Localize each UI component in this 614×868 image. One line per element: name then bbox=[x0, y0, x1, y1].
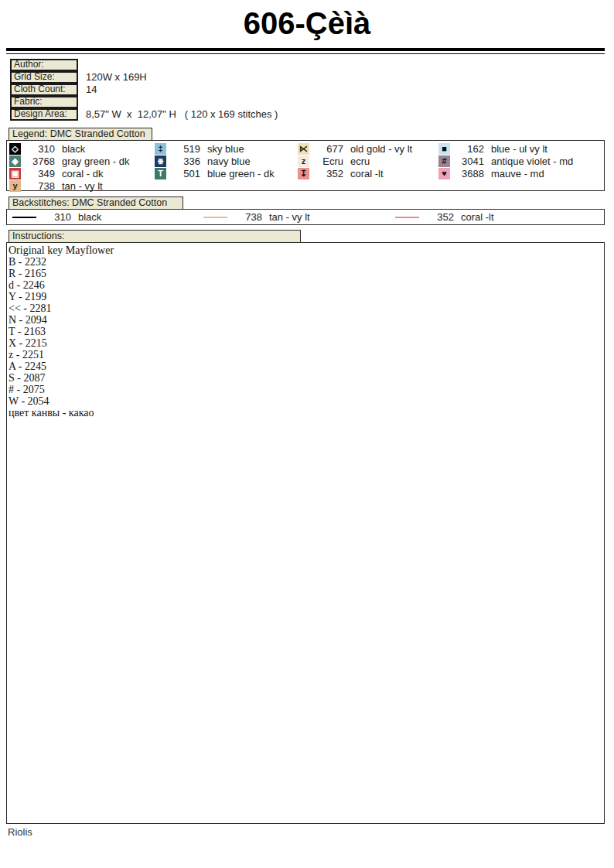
title-divider-thick bbox=[6, 48, 605, 51]
info-value: 8,57" W x 12,07" H ( 120 x 169 stitches … bbox=[86, 108, 278, 120]
thread-number: 501 bbox=[166, 168, 200, 179]
thread-symbol-swatch: ‡ bbox=[155, 143, 166, 155]
thread-name: gray green - dk bbox=[62, 155, 129, 167]
instruction-line: S - 2087 bbox=[9, 372, 114, 384]
thread-name: tan - vy lt bbox=[269, 211, 310, 223]
thread-name: old gold - vy lt bbox=[350, 143, 412, 155]
thread-symbol-swatch: z bbox=[298, 155, 309, 167]
thread-symbol-swatch: ⧻ bbox=[155, 155, 166, 167]
thread-name: blue - ul vy lt bbox=[491, 143, 547, 155]
thread-name: antique violet - md bbox=[491, 155, 573, 167]
thread-number: 3688 bbox=[450, 168, 484, 179]
thread-number: 310 bbox=[21, 143, 55, 155]
instruction-line: цвет канвы - какао bbox=[9, 407, 114, 419]
instructions-header: Instructions: bbox=[9, 230, 301, 243]
legend-box: ◇ 310 black ◈ 3768 gray green - dk ▣ 349… bbox=[6, 140, 605, 191]
thread-symbol-swatch: ◈ bbox=[9, 155, 21, 167]
instruction-line: d - 2246 bbox=[9, 279, 114, 291]
thread-number: Ecru bbox=[309, 155, 343, 167]
thread-name: navy blue bbox=[207, 155, 251, 167]
thread-name: black bbox=[78, 211, 101, 223]
info-row-design-area: Design Area: 8,57" W x 12,07" H ( 120 x … bbox=[10, 108, 278, 121]
pattern-info: Author: Grid Size: 120W x 169H Cloth Cou… bbox=[10, 59, 278, 121]
legend-entry: ↧ 352 coral -lt bbox=[298, 167, 412, 179]
thread-number: 352 bbox=[309, 168, 343, 179]
info-label: Cloth Count: bbox=[10, 84, 78, 96]
thread-symbol-swatch: ♥ bbox=[438, 168, 450, 179]
info-label: Grid Size: bbox=[10, 71, 78, 84]
instruction-line: X - 2215 bbox=[9, 337, 114, 349]
legend-column-3: ⋉ 677 old gold - vy lt z Ecru ecru ↧ 352… bbox=[298, 142, 412, 179]
instruction-line: z - 2251 bbox=[9, 349, 114, 361]
thread-name: mauve - md bbox=[491, 168, 544, 179]
info-row-grid-size: Grid Size: 120W x 169H bbox=[10, 71, 278, 84]
legend-entry: ⋉ 677 old gold - vy lt bbox=[298, 142, 412, 155]
thread-name: ecru bbox=[350, 155, 370, 167]
instruction-line: Y - 2199 bbox=[9, 291, 114, 302]
thread-number: 3768 bbox=[21, 155, 55, 167]
legend-entry: ♥ 3688 mauve - md bbox=[438, 167, 573, 179]
thread-number: 677 bbox=[309, 143, 343, 155]
legend-entry: z Ecru ecru bbox=[298, 155, 412, 167]
legend-entry: ▣ 349 coral - dk bbox=[9, 167, 129, 179]
legend-entry: ‡ 519 sky blue bbox=[155, 142, 275, 155]
legend-column-4: ■ 162 blue - ul vy lt # 3041 antique vio… bbox=[438, 142, 573, 179]
thread-symbol-swatch: y bbox=[9, 180, 21, 192]
legend-entry: T 501 blue green - dk bbox=[155, 167, 275, 179]
legend-entry: ◈ 3768 gray green - dk bbox=[9, 155, 129, 167]
thread-name: coral -lt bbox=[461, 211, 494, 223]
legend-entry: ◇ 310 black bbox=[9, 142, 129, 155]
legend-entry: ■ 162 blue - ul vy lt bbox=[438, 142, 573, 155]
legend-entry: # 3041 antique violet - md bbox=[438, 155, 573, 167]
thread-number: 349 bbox=[21, 168, 55, 179]
thread-name: sky blue bbox=[207, 143, 244, 155]
backstitches-header: Backstitches: DMC Stranded Cotton bbox=[9, 196, 183, 210]
instruction-line: B - 2232 bbox=[9, 256, 114, 268]
thread-number: 519 bbox=[166, 143, 200, 155]
legend-column-1: ◇ 310 black ◈ 3768 gray green - dk ▣ 349… bbox=[9, 142, 129, 192]
instruction-line: A - 2245 bbox=[9, 361, 114, 372]
thread-symbol-swatch: T bbox=[155, 168, 166, 179]
info-value: 14 bbox=[86, 84, 97, 95]
thread-name: black bbox=[62, 143, 85, 155]
thread-number: 162 bbox=[450, 143, 484, 155]
info-label: Author: bbox=[10, 59, 78, 71]
thread-name: blue green - dk bbox=[207, 168, 275, 179]
legend-header: Legend: DMC Stranded Cotton bbox=[9, 128, 152, 141]
thread-symbol-swatch: ◇ bbox=[9, 143, 21, 155]
brand-footer: Riolis bbox=[8, 826, 32, 838]
thread-number: 3041 bbox=[450, 155, 484, 167]
backstitch-line-sample bbox=[203, 217, 227, 218]
instructions-text: Original key Mayflower B - 2232 R - 2165… bbox=[9, 244, 114, 419]
info-label: Design Area: bbox=[10, 108, 78, 121]
backstitches-box: 310 black 738 tan - vy lt 352 coral -lt bbox=[6, 209, 605, 225]
instruction-line: # - 2075 bbox=[9, 384, 114, 395]
info-label: Fabric: bbox=[10, 96, 78, 108]
backstitch-line-sample bbox=[12, 217, 36, 218]
instruction-line: R - 2165 bbox=[9, 268, 114, 279]
info-row-author: Author: bbox=[10, 59, 278, 71]
info-row-fabric: Fabric: bbox=[10, 96, 278, 108]
thread-number: 352 bbox=[423, 211, 454, 223]
backstitch-entry: 310 black bbox=[12, 210, 101, 224]
thread-symbol-swatch: ▣ bbox=[9, 168, 21, 179]
instruction-line: << - 2281 bbox=[9, 302, 114, 314]
backstitch-line-sample bbox=[395, 217, 419, 218]
backstitch-entry: 352 coral -lt bbox=[395, 210, 494, 224]
thread-number: 738 bbox=[21, 180, 55, 192]
legend-entry: y 738 tan - vy lt bbox=[9, 179, 129, 192]
thread-name: coral - dk bbox=[62, 168, 103, 179]
thread-number: 310 bbox=[40, 211, 71, 223]
thread-symbol-swatch: ⋉ bbox=[298, 143, 309, 155]
thread-symbol-swatch: ↧ bbox=[298, 168, 309, 179]
instruction-line: N - 2094 bbox=[9, 314, 114, 326]
thread-name: tan - vy lt bbox=[62, 180, 103, 192]
thread-symbol-swatch: ■ bbox=[438, 143, 450, 155]
page-title: 606-Çèìà bbox=[0, 6, 614, 41]
backstitch-entry: 738 tan - vy lt bbox=[203, 210, 310, 224]
thread-number: 336 bbox=[166, 155, 200, 167]
info-row-cloth-count: Cloth Count: 14 bbox=[10, 84, 278, 96]
legend-column-2: ‡ 519 sky blue ⧻ 336 navy blue T 501 blu… bbox=[155, 142, 275, 179]
legend-entry: ⧻ 336 navy blue bbox=[155, 155, 275, 167]
thread-symbol-swatch: # bbox=[438, 155, 450, 167]
